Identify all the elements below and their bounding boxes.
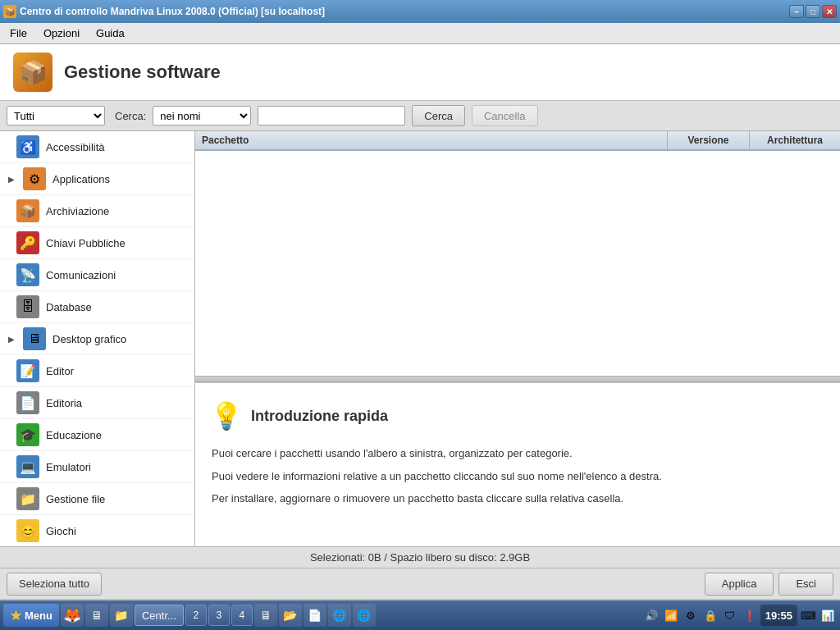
taskbar-sys-icon-3[interactable]: ⚙	[682, 606, 700, 624]
taskbar-window-centr[interactable]: Centr...	[135, 605, 184, 626]
sidebar-item-editor[interactable]: 📝Editor	[0, 355, 194, 387]
taskbar-files-icon[interactable]: 📁	[110, 604, 133, 627]
col-arch-header: Architettura	[750, 131, 840, 149]
menubar: File Opzioni Guida	[0, 23, 840, 44]
col-name-header: Pacchetto	[195, 131, 668, 149]
sidebar-item-comunicazioni[interactable]: 📡Comunicazioni	[0, 259, 194, 291]
sidebar-label-editor: Editor	[46, 365, 74, 377]
info-line-1: Puoi cercare i pacchetti usando l'albero…	[212, 445, 824, 462]
sidebar-label-desktop-grafico: Desktop grafico	[52, 333, 126, 345]
titlebar: 📦 Centro di controllo Mandriva Linux 200…	[0, 0, 840, 23]
page-title: Gestione software	[64, 62, 221, 83]
right-pane: Pacchetto Versione Architettura · · · 💡 …	[195, 131, 840, 546]
sidebar-item-gestione-file[interactable]: 📁Gestione file	[0, 483, 194, 515]
sidebar-item-applications[interactable]: ▶⚙Applications	[0, 163, 194, 195]
select-all-button[interactable]: Seleziona tutto	[7, 573, 102, 596]
bottombar: Seleziona tutto Applica Esci	[0, 568, 840, 599]
package-list: Pacchetto Versione Architettura	[195, 131, 840, 376]
taskbar-desktop-2[interactable]: 2	[185, 605, 207, 626]
sidebar-icon-comunicazioni: 📡	[16, 263, 39, 286]
sidebar-item-educazione[interactable]: 🎓Educazione	[0, 419, 194, 451]
sidebar-icon-desktop-grafico: 🖥	[23, 327, 46, 350]
sidebar-icon-emulatori: 💻	[16, 455, 39, 478]
taskbar-keyboard-icon[interactable]: ⌨	[799, 606, 817, 624]
taskbar-sys-icon-1[interactable]: 🔊	[642, 606, 660, 624]
sidebar-arrow-applications: ▶	[7, 174, 16, 184]
maximize-button[interactable]: □	[806, 5, 820, 18]
sidebar-icon-gestione-file: 📁	[16, 487, 39, 510]
sidebar-label-database: Database	[46, 301, 92, 313]
sidebar-label-accessibilita: Accessibilità	[46, 141, 105, 153]
sidebar: ♿Accessibilità▶⚙Applications📦Archiviazio…	[0, 131, 195, 546]
sidebar-label-educazione: Educazione	[46, 429, 102, 441]
window-title: Centro di controllo Mandriva Linux 2008.…	[20, 6, 325, 17]
sidebar-item-giochi[interactable]: 😊Giochi	[0, 515, 194, 546]
menu-guida[interactable]: Guida	[89, 25, 131, 42]
splitter[interactable]: · · ·	[195, 376, 840, 382]
taskbar-folder-icon[interactable]: 📂	[279, 604, 302, 627]
sidebar-icon-database: 🗄	[16, 295, 39, 318]
sidebar-item-desktop-grafico[interactable]: ▶🖥Desktop grafico	[0, 323, 194, 355]
cerca-label: Cerca:	[115, 110, 146, 122]
taskbar-sys-icon-5[interactable]: 🛡	[721, 606, 739, 624]
toolbar: Tutti Installati Non installati Aggiorna…	[0, 101, 840, 131]
col-version-header: Versione	[668, 131, 750, 149]
table-header: Pacchetto Versione Architettura	[195, 131, 840, 151]
sidebar-label-comunicazioni: Comunicazioni	[46, 269, 116, 281]
info-line-3: Per installare, aggiornare o rimuovere u…	[212, 491, 824, 507]
filter-select[interactable]: Tutti Installati Non installati Aggiorna…	[7, 106, 105, 126]
cancella-button[interactable]: Cancella	[472, 105, 538, 126]
taskbar-sys-icon-4[interactable]: 🔒	[701, 606, 719, 624]
taskbar-sys-icon-2[interactable]: 📶	[662, 606, 680, 624]
sidebar-item-emulatori[interactable]: 💻Emulatori	[0, 451, 194, 483]
taskbar-web-icon[interactable]: 🌐	[328, 604, 351, 627]
taskbar-screen-icon[interactable]: 🖥	[85, 604, 108, 627]
statusbar: Selezionati: 0B / Spazio libero su disco…	[0, 546, 840, 568]
info-panel: 💡 Introduzione rapida Puoi cercare i pac…	[195, 382, 840, 546]
bulb-icon: 💡	[212, 396, 241, 436]
exit-button[interactable]: Esci	[778, 573, 833, 596]
sidebar-item-database[interactable]: 🗄Database	[0, 291, 194, 323]
sidebar-icon-archiviazione: 📦	[16, 199, 39, 222]
sidebar-icon-giochi: 😊	[16, 519, 39, 542]
sidebar-label-emulatori: Emulatori	[46, 461, 91, 473]
sidebar-item-archiviazione[interactable]: 📦Archiviazione	[0, 195, 194, 227]
sidebar-label-applications: Applications	[52, 173, 110, 185]
minimize-button[interactable]: –	[789, 5, 804, 18]
taskbar-monitor-icon[interactable]: 📊	[819, 606, 837, 624]
taskbar: ★ Menu 🦊 🖥 📁 Centr... 2 3 4 🖥 📂 📄 🌐 🌐 🔊 …	[0, 600, 840, 630]
taskbar-desktop-3[interactable]: 3	[208, 605, 230, 626]
sidebar-item-editoria[interactable]: 📄Editoria	[0, 387, 194, 419]
taskbar-text-icon[interactable]: 📄	[304, 604, 326, 627]
menu-file[interactable]: File	[3, 25, 34, 42]
sidebar-item-accessibilita[interactable]: ♿Accessibilità	[0, 131, 194, 163]
app-header: 📦 Gestione software	[0, 44, 840, 101]
taskbar-desktop-4[interactable]: 4	[231, 605, 253, 626]
taskbar-sys-icon-6[interactable]: ❗	[741, 606, 759, 624]
taskbar-clock: 19:55	[760, 605, 797, 626]
status-text: Selezionati: 0B / Spazio libero su disco…	[310, 551, 530, 564]
sidebar-label-gestione-file: Gestione file	[46, 493, 105, 505]
sidebar-item-chiavi-pubbliche[interactable]: 🔑Chiavi Pubbliche	[0, 227, 194, 259]
app-icon: 📦	[3, 5, 16, 18]
close-button[interactable]: ✕	[822, 5, 837, 18]
sidebar-icon-editoria: 📄	[16, 391, 39, 414]
info-title: Introduzione rapida	[251, 408, 388, 425]
sidebar-label-archiviazione: Archiviazione	[46, 205, 109, 217]
cerca-button[interactable]: Cerca	[412, 105, 465, 126]
info-line-2: Puoi vedere le informazioni relative a u…	[212, 468, 824, 485]
search-input[interactable]	[258, 106, 405, 126]
sidebar-icon-educazione: 🎓	[16, 423, 39, 446]
menu-opzioni[interactable]: Opzioni	[37, 25, 86, 42]
sidebar-label-chiavi-pubbliche: Chiavi Pubbliche	[46, 237, 126, 249]
header-icon: 📦	[13, 52, 52, 92]
taskbar-net-icon[interactable]: 🌐	[353, 604, 376, 627]
taskbar-menu-button[interactable]: ★ Menu	[3, 604, 59, 627]
taskbar-vm-icon[interactable]: 🖥	[254, 604, 277, 627]
sidebar-label-giochi: Giochi	[46, 525, 76, 537]
apply-button[interactable]: Applica	[705, 573, 774, 596]
taskbar-firefox-icon[interactable]: 🦊	[61, 604, 84, 627]
sidebar-icon-applications: ⚙	[23, 167, 46, 190]
sidebar-icon-accessibilita: ♿	[16, 135, 39, 158]
search-type-select[interactable]: nei nomi nelle descrizioni nei file	[153, 106, 251, 126]
